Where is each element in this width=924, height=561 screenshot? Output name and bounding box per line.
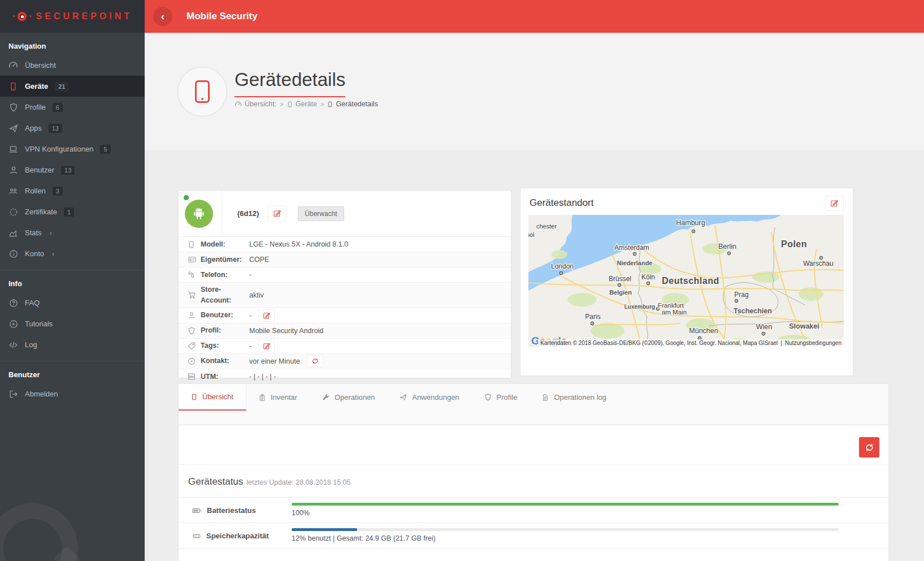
device-location-card: Gerätestandort — [520, 188, 853, 376]
map-label: Niederlande — [617, 260, 653, 266]
device-row-utm: UTM: - | - | - | - — [179, 369, 511, 385]
refresh-kontakt-button[interactable] — [307, 355, 323, 368]
sidebar-item-faq[interactable]: FAQ — [0, 292, 145, 313]
stat-label-text: Batteriestatus — [207, 506, 256, 515]
tab-label: Profile — [497, 393, 518, 402]
breadcrumb: Übersicht: > Geräte > Gerätedetails — [235, 100, 378, 108]
count-badge: 3 — [53, 187, 63, 196]
id-card-icon — [188, 256, 197, 264]
tab-operationen[interactable]: Operationen — [310, 384, 388, 411]
edit-icon — [263, 342, 271, 350]
breadcrumb-label: Übersicht: — [245, 100, 276, 108]
sidebar-item-geraete[interactable]: Geräte 21 — [0, 76, 145, 97]
sidebar: · · SECUREPOINT Navigation Übersicht Ger… — [0, 0, 145, 561]
sidebar-section-benutzer: Benutzer — [0, 361, 145, 383]
map-label: London — [551, 262, 574, 270]
device-row-value: - — [249, 271, 251, 279]
map-label: München — [689, 327, 718, 335]
sidebar-item-uebersicht[interactable]: Übersicht — [0, 55, 145, 76]
sidebar-item-label: VPN Konfigurationen — [25, 145, 93, 153]
map-label: Tschechien — [734, 307, 772, 315]
sidebar-item-label: Tutorials — [25, 320, 53, 328]
tab-inventar[interactable]: Inventar — [246, 384, 310, 411]
sidebar-item-profile[interactable]: Profile 6 — [0, 97, 145, 118]
edit-benutzer-button[interactable] — [258, 309, 275, 322]
shield-icon — [484, 394, 492, 401]
refresh-status-button[interactable] — [859, 437, 879, 458]
back-button[interactable]: ‹ — [153, 7, 172, 26]
file-text-icon — [542, 394, 549, 402]
edit-tags-button[interactable] — [258, 340, 275, 352]
sidebar-item-tutorials[interactable]: Tutorials — [0, 313, 145, 334]
content-toolbar — [179, 425, 888, 465]
device-row-value: - | - | - | - — [249, 373, 276, 381]
sidebar-item-label: Apps — [25, 124, 42, 132]
user-icon — [188, 312, 197, 320]
logo-o-icon — [18, 12, 27, 21]
sidebar-item-vpn[interactable]: VPN Konfigurationen 5 — [0, 139, 145, 159]
map[interactable]: chester ool Hamburg Berlin Polen Amsterd… — [528, 215, 844, 347]
sidebar-item-rollen[interactable]: Rollen 3 — [0, 180, 145, 201]
breadcrumb-label: Gerätedetails — [336, 100, 378, 108]
terms-link[interactable]: Nutzungsbedingungen — [785, 340, 841, 346]
storage-progress-track — [292, 528, 839, 531]
stat-label-text: Speicherkapazität — [206, 532, 269, 540]
sidebar-item-benutzer[interactable]: Benutzer 13 — [0, 159, 145, 180]
shield-icon — [8, 102, 18, 112]
info-circle-icon — [8, 249, 18, 258]
code-icon — [8, 340, 18, 349]
clock-icon — [188, 357, 197, 365]
count-badge: 5 — [100, 145, 110, 154]
tab-profile[interactable]: Profile — [472, 384, 530, 411]
brand-logo[interactable]: · · SECUREPOINT — [0, 0, 145, 33]
battery-icon — [192, 507, 202, 515]
sidebar-item-apps[interactable]: Apps 13 — [0, 118, 145, 139]
tab-content-uebersicht: Gerätestatusletztes Update: 28.08.2018 1… — [178, 425, 889, 561]
sidebar-item-abmelden[interactable]: Abmelden — [0, 383, 145, 404]
sidebar-item-konto[interactable]: Konto ‹ — [0, 243, 145, 264]
device-row-label: Eigentümer: — [201, 253, 249, 267]
device-row-eigentuemer: Eigentümer: COPE — [179, 252, 511, 267]
sidebar-item-log[interactable]: Log — [0, 334, 145, 355]
device-row-label: Benutzer: — [201, 308, 249, 322]
sidebar-item-zertifikate[interactable]: Zertifikate 1 — [0, 201, 145, 222]
map-label: Prag — [734, 291, 748, 299]
device-row-modell: Modell: LGE - Nexus 5X - Android 8.1.0 — [179, 237, 511, 252]
breadcrumb-uebersicht[interactable]: Übersicht: — [235, 100, 276, 108]
edit-icon — [830, 199, 839, 208]
map-label: Hamburg — [676, 219, 705, 227]
device-row-label: Telefon: — [201, 268, 249, 282]
tab-label: Operationen — [335, 393, 375, 402]
map-label: chester — [536, 223, 557, 230]
tab-anwendungen[interactable]: Anwendungen — [387, 384, 471, 411]
map-label: Wien — [756, 323, 773, 331]
device-row-label: Store-Account: — [201, 283, 249, 308]
sidebar-item-stats[interactable]: Stats ‹ — [0, 222, 145, 243]
edit-device-name-button[interactable] — [268, 206, 287, 221]
phone-icon — [188, 271, 197, 279]
chevron-left-icon: ‹ — [161, 11, 164, 23]
map-label: Berlin — [718, 243, 736, 251]
count-badge: 6 — [53, 103, 63, 112]
breadcrumb-geraete[interactable]: Geräte — [287, 100, 317, 108]
sidebar-item-label: Abmelden — [25, 390, 58, 398]
topbar-title: Mobile Security — [186, 11, 258, 22]
sidebar-item-label: Benutzer — [25, 166, 54, 174]
edit-location-button[interactable] — [825, 196, 844, 211]
device-id: (6d12) — [237, 209, 259, 218]
device-detail-rows: Modell: LGE - Nexus 5X - Android 8.1.0 E… — [179, 237, 511, 385]
monitored-button[interactable]: Überwacht — [298, 206, 344, 221]
count-badge: 13 — [49, 124, 62, 133]
map-label: Brüssel — [609, 275, 631, 283]
tab-operationen-log[interactable]: Operationen log — [530, 384, 619, 411]
tabs: Übersicht Inventar Operationen Anwendung… — [179, 384, 888, 411]
count-badge: 1 — [64, 208, 74, 217]
clipboard-icon — [259, 394, 266, 402]
wrench-icon — [322, 394, 329, 401]
device-row-benutzer: Benutzer: - — [179, 308, 511, 323]
battery-progress-fill — [292, 503, 839, 506]
map-label: Warschau — [803, 260, 834, 267]
tab-uebersicht[interactable]: Übersicht — [179, 384, 246, 411]
tab-strip: Übersicht Inventar Operationen Anwendung… — [178, 383, 889, 425]
mobile-icon — [188, 240, 197, 249]
